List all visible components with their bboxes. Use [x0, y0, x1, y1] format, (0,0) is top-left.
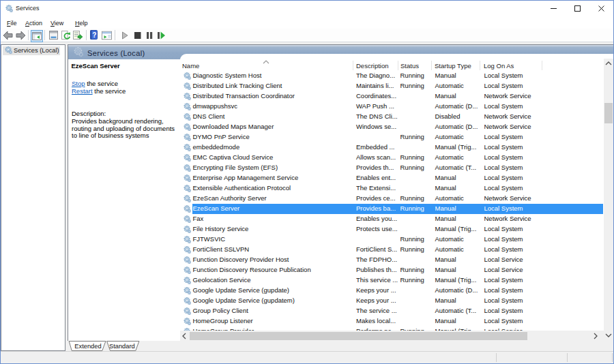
- svg-text:Extended: Extended: [74, 343, 101, 350]
- svg-text:?: ?: [92, 31, 96, 39]
- svg-text:Standard: Standard: [109, 343, 135, 350]
